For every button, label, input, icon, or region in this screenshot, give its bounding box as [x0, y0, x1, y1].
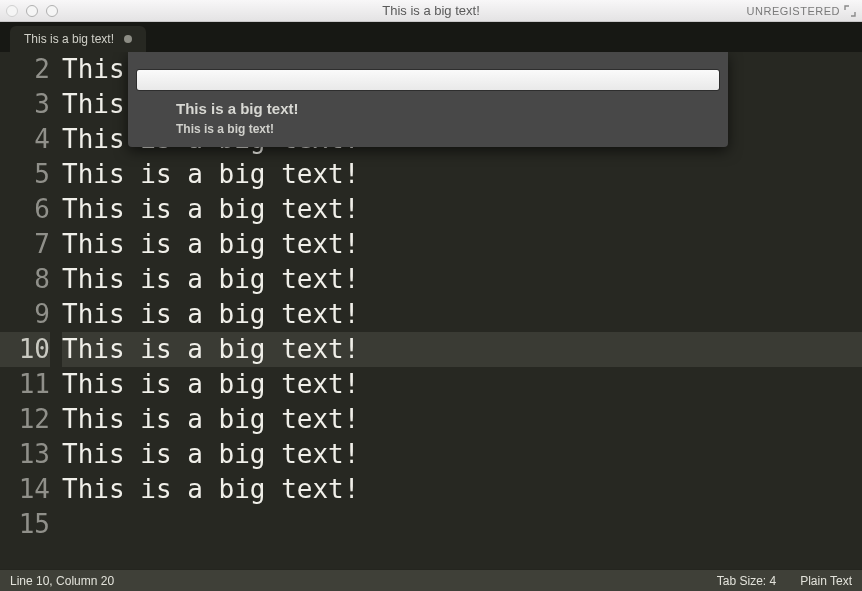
code-line[interactable]: This is a big text! [62, 227, 862, 262]
code-line[interactable]: This is a big text! [62, 332, 862, 367]
line-number-gutter: 23456789101112131415 [0, 52, 62, 569]
line-number: 2 [0, 52, 50, 87]
line-number: 6 [0, 192, 50, 227]
close-window-button[interactable] [6, 5, 18, 17]
goto-anything-panel: This is a big text! This is a big text! [128, 52, 728, 147]
code-line[interactable]: This is a big text! [62, 157, 862, 192]
tab-bar: This is a big text! [0, 22, 862, 52]
window-title: This is a big text! [0, 3, 862, 18]
editor-area[interactable]: 23456789101112131415 This is a big text!… [0, 52, 862, 569]
goto-anything-results: This is a big text! This is a big text! [136, 93, 720, 139]
goto-anything-input[interactable] [136, 69, 720, 91]
fullscreen-icon[interactable] [844, 5, 856, 17]
code-line[interactable]: This is a big text! [62, 402, 862, 437]
line-number: 12 [0, 402, 50, 437]
code-line[interactable]: This is a big text! [62, 297, 862, 332]
status-bar: Line 10, Column 20 Tab Size: 4 Plain Tex… [0, 569, 862, 591]
line-number: 15 [0, 507, 50, 542]
editor-app: This is a big text! 23456789101112131415… [0, 22, 862, 591]
syntax-selector[interactable]: Plain Text [800, 574, 852, 588]
line-number: 14 [0, 472, 50, 507]
file-tab[interactable]: This is a big text! [10, 26, 146, 52]
line-number: 8 [0, 262, 50, 297]
tab-size-selector[interactable]: Tab Size: 4 [717, 574, 776, 588]
code-line[interactable]: This is a big text! [62, 262, 862, 297]
line-number: 13 [0, 437, 50, 472]
file-tab-label: This is a big text! [24, 32, 114, 46]
minimize-window-button[interactable] [26, 5, 38, 17]
cursor-position-status: Line 10, Column 20 [10, 574, 693, 588]
registration-label: UNREGISTERED [747, 5, 840, 17]
line-number: 9 [0, 297, 50, 332]
code-line[interactable] [62, 507, 862, 542]
line-number: 5 [0, 157, 50, 192]
zoom-window-button[interactable] [46, 5, 58, 17]
line-number: 10 [0, 332, 50, 367]
goto-result-item[interactable]: This is a big text! [176, 99, 716, 119]
window-titlebar: This is a big text! UNREGISTERED [0, 0, 862, 22]
line-number: 11 [0, 367, 50, 402]
code-line[interactable]: This is a big text! [62, 192, 862, 227]
registration-badge: UNREGISTERED [747, 0, 856, 22]
code-line[interactable]: This is a big text! [62, 472, 862, 507]
goto-result-subtitle[interactable]: This is a big text! [176, 119, 716, 139]
window-controls [6, 5, 58, 17]
line-number: 7 [0, 227, 50, 262]
line-number: 3 [0, 87, 50, 122]
code-line[interactable]: This is a big text! [62, 367, 862, 402]
code-line[interactable]: This is a big text! [62, 437, 862, 472]
unsaved-indicator-icon [124, 35, 132, 43]
line-number: 4 [0, 122, 50, 157]
